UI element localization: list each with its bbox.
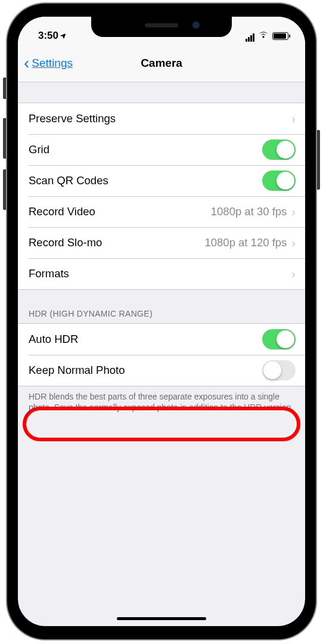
- row-label: Formats: [29, 267, 291, 280]
- row-record-slomo[interactable]: Record Slo-mo 1080p at 120 fps ›: [18, 227, 305, 258]
- row-formats[interactable]: Formats ›: [18, 258, 305, 289]
- chevron-right-icon: ›: [291, 112, 296, 126]
- toggle-scan-qr[interactable]: [262, 171, 296, 191]
- navigation-bar: ‹ Settings Camera: [18, 44, 305, 82]
- toggle-auto-hdr[interactable]: [262, 329, 296, 349]
- row-keep-normal-photo[interactable]: Keep Normal Photo: [18, 355, 305, 386]
- row-detail: 1080p at 120 fps: [204, 236, 287, 249]
- home-indicator[interactable]: [117, 617, 206, 620]
- row-label: Record Video: [29, 205, 211, 218]
- toggle-grid[interactable]: [262, 140, 296, 160]
- location-icon: ➤: [59, 31, 69, 41]
- settings-group-hdr: Auto HDR Keep Normal Photo: [18, 323, 305, 386]
- row-label: Keep Normal Photo: [29, 364, 262, 377]
- wifi-icon: [258, 30, 269, 41]
- section-footer-hdr: HDR blends the best parts of three separ…: [18, 386, 305, 423]
- back-label: Settings: [32, 57, 73, 70]
- row-record-video[interactable]: Record Video 1080p at 30 fps ›: [18, 196, 305, 227]
- row-scan-qr[interactable]: Scan QR Codes: [18, 165, 305, 196]
- row-detail: 1080p at 30 fps: [211, 205, 287, 218]
- row-label: Preserve Settings: [29, 112, 291, 125]
- row-auto-hdr[interactable]: Auto HDR: [18, 324, 305, 355]
- row-label: Grid: [29, 143, 262, 156]
- toggle-keep-normal-photo[interactable]: [262, 360, 296, 380]
- row-grid[interactable]: Grid: [18, 134, 305, 165]
- settings-group-main: Preserve Settings › Grid Scan QR Codes R…: [18, 103, 305, 290]
- settings-content: Preserve Settings › Grid Scan QR Codes R…: [18, 103, 305, 423]
- row-label: Record Slo-mo: [29, 236, 204, 249]
- status-time: 3:50: [38, 30, 58, 42]
- chevron-right-icon: ›: [291, 236, 296, 250]
- row-preserve-settings[interactable]: Preserve Settings ›: [18, 103, 305, 134]
- status-indicators: [245, 30, 288, 42]
- chevron-right-icon: ›: [291, 267, 296, 281]
- chevron-right-icon: ›: [291, 205, 296, 219]
- cellular-icon: [245, 30, 254, 42]
- battery-icon: [272, 32, 288, 40]
- row-label: Scan QR Codes: [29, 174, 262, 187]
- back-button[interactable]: ‹ Settings: [18, 55, 73, 72]
- section-header-hdr: HDR (HIGH DYNAMIC RANGE): [18, 290, 305, 323]
- row-label: Auto HDR: [29, 333, 262, 346]
- chevron-left-icon: ‹: [24, 55, 29, 72]
